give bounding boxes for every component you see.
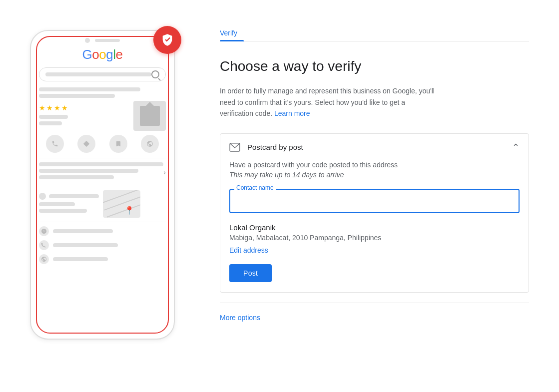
phone-speaker — [95, 39, 120, 42]
website-row — [39, 254, 166, 264]
search-bar-fill — [45, 72, 151, 76]
mail-icon — [229, 143, 240, 152]
postcard-description: Have a postcard with your code posted to… — [229, 161, 520, 169]
map-row: 📍 — [39, 190, 166, 218]
contact-name-input[interactable] — [229, 189, 520, 213]
tab-active-bar — [220, 40, 244, 41]
edit-address-link[interactable]: Edit address — [229, 246, 268, 254]
store-icon — [133, 101, 166, 131]
clock-row — [39, 226, 166, 236]
postcard-option-expanded: Have a postcard with your code posted to… — [220, 161, 529, 292]
tab-bar: Verify — [220, 25, 529, 41]
phone-search-bar — [39, 67, 166, 81]
contact-name-container: Contact name — [229, 189, 520, 213]
clock-icon — [39, 226, 49, 236]
arrow-right-icon: › — [163, 168, 166, 176]
more-options-link[interactable]: More options — [220, 314, 260, 322]
content-block-1 — [39, 87, 166, 98]
call-action-icon — [46, 135, 64, 153]
tab-verify[interactable]: Verify — [220, 25, 237, 41]
action-buttons — [39, 135, 166, 153]
divider-2 — [39, 186, 166, 186]
map-pin-icon: 📍 — [124, 206, 134, 215]
phone-camera — [85, 38, 90, 43]
store-row: ★ ★ ★ ★ — [39, 101, 166, 131]
business-address: Mabiga, Mabalacat, 2010 Pampanga, Philip… — [229, 234, 520, 242]
phone-content: Google ★ — [31, 47, 174, 264]
google-logo: Google — [39, 47, 166, 62]
learn-more-link[interactable]: Learn more — [274, 109, 310, 117]
security-badge-icon — [153, 26, 181, 54]
postcard-option-label: Postcard by post — [247, 143, 303, 151]
arrow-row: › — [39, 162, 166, 182]
phone-illustration: Google ★ — [30, 20, 190, 340]
phone-top-bar — [31, 31, 174, 47]
postcard-option-header[interactable]: Postcard by post ⌃ — [220, 134, 529, 161]
section-divider — [220, 303, 529, 303]
star-rating: ★ ★ ★ ★ — [39, 104, 68, 112]
page-heading: Choose a way to verify — [220, 57, 529, 75]
verify-description: In order to fully manage and represent t… — [220, 85, 440, 119]
navigation-action-icon — [77, 135, 95, 153]
page-container: Google ★ — [0, 0, 559, 392]
contact-name-label: Contact name — [234, 184, 276, 191]
google-logo-text: Google — [82, 47, 123, 62]
divider-3 — [39, 222, 166, 222]
website-icon — [39, 254, 49, 264]
map-thumbnail: 📍 — [103, 190, 140, 218]
globe-action-icon — [141, 135, 159, 153]
postcard-option-block: Postcard by post ⌃ Have a postcard with … — [220, 133, 529, 293]
phone-icon — [39, 240, 49, 250]
chevron-up-icon: ⌃ — [512, 142, 520, 153]
post-button[interactable]: Post — [229, 264, 272, 282]
location-icon — [39, 193, 46, 200]
phone-frame: Google ★ — [30, 30, 175, 340]
postcard-note: This may take up to 14 days to arrive — [229, 171, 520, 179]
divider-1 — [39, 158, 166, 158]
bookmark-action-icon — [109, 135, 127, 153]
phone-row — [39, 240, 166, 250]
business-name: Lokal Organik — [229, 223, 520, 232]
search-icon — [151, 70, 159, 78]
verify-section: Verify Choose a way to verify In order t… — [220, 20, 529, 322]
